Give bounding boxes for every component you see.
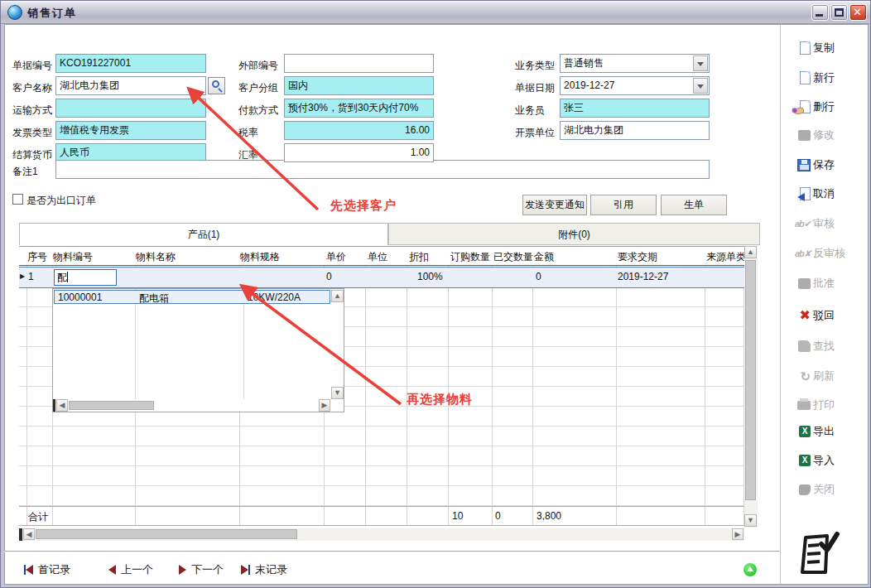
window-title: 销售订单 [27,6,77,21]
magnifier-icon [212,80,219,88]
generate-order-button[interactable]: 生单 [661,195,727,215]
doc-date-value: 2019-12-27 [564,80,614,91]
totals-label: 合计 [28,510,48,524]
salesman-field[interactable]: 张三 [560,99,710,118]
scroll-left-icon[interactable]: ◀ [56,399,68,412]
prev-record-button[interactable]: 上一个 [108,562,153,577]
scroll-left-icon[interactable]: ◀ [23,528,35,540]
scroll-right-icon[interactable]: ▶ [319,399,330,412]
col-name[interactable]: 物料名称 [136,250,176,264]
save-icon [797,159,811,171]
col-unit[interactable]: 单位 [368,250,387,264]
scroll-down-icon[interactable]: ▼ [744,514,757,527]
dropdown-hscroll-thumb[interactable] [69,401,154,410]
billing-unit-label: 开票单位 [515,126,555,140]
nav-separator [4,551,780,552]
item-name: 配电箱 [139,292,169,306]
invoice-type-label: 发票类型 [12,126,52,140]
find-button: 查找 [787,336,865,356]
transport-field[interactable] [55,99,206,118]
col-discount[interactable]: 折扣 [409,250,429,264]
typed-text: 配 [57,272,67,283]
col-amount[interactable]: 金额 [534,250,554,264]
print-button: 打印 [787,395,865,415]
totals-qty: 10 [452,510,463,522]
chevron-down-icon[interactable] [693,55,708,71]
delete-row-icon [800,100,811,113]
col-spec[interactable]: 物料规格 [240,250,280,264]
tab-attachments[interactable]: 附件(0) [388,223,760,245]
invoice-type-field[interactable]: 增值税专用发票 [55,121,206,140]
customer-group-field[interactable]: 国内 [284,76,434,95]
biz-type-value: 普通销售 [564,57,604,69]
cancel-button[interactable]: 取消 [787,184,865,204]
exchange-rate-label: 汇率 [238,148,258,162]
totals-amount: 3,800 [537,510,561,522]
material-dropdown-item[interactable]: 10000001 配电箱 10KW/220A [54,290,330,304]
prev-record-icon [108,565,116,575]
sidebar-divider [780,25,781,584]
tax-rate-field[interactable]: 16.00 [284,121,434,140]
minimize-button[interactable] [811,4,829,21]
audit-icon: ab✔ [795,219,811,229]
col-price[interactable]: 单价 [326,250,346,264]
doc-date-combo[interactable]: 2019-12-27 [560,76,710,95]
import-button[interactable]: X 导入 [787,451,865,470]
billing-unit-field[interactable]: 湖北电力集团 [560,121,710,140]
last-record-button[interactable]: 末记录 [241,562,287,577]
remark-field[interactable] [55,160,710,179]
col-due-date[interactable]: 要求交期 [618,250,657,264]
export-order-checkbox[interactable] [12,194,23,205]
title-bar[interactable]: 销售订单 ✕ [1,1,871,24]
col-seq[interactable]: 序号 [27,250,47,264]
customer-search-button[interactable] [208,77,225,94]
minimize-icon [816,14,823,17]
doc-no-field[interactable]: KCO191227001 [55,54,206,73]
table-hscrollbar[interactable]: ◀ ▶ [19,528,744,541]
cell-amount: 0 [536,271,541,282]
material-code-edit-cell[interactable]: 配 [54,269,117,286]
table-row[interactable]: ▶ 1 配 0 100% 0 2019-12-27 [19,267,744,288]
cell-seq: 1 [28,271,34,282]
chevron-down-icon[interactable] [693,78,708,94]
excel-import-icon: X [799,455,811,466]
reject-button[interactable]: ✖ 驳回 [787,306,865,325]
col-code[interactable]: 物料编号 [53,250,93,264]
table-vscroll-thumb[interactable] [745,260,756,500]
scroll-down-icon[interactable]: ▼ [331,387,344,399]
customer-group-label: 客户分组 [238,81,278,95]
send-change-notice-button[interactable]: 发送变更通知 [522,195,587,215]
scroll-grip [19,528,22,541]
col-source[interactable]: 来源单类 [706,250,746,264]
customer-field[interactable]: 湖北电力集团 [55,76,206,95]
col-qty[interactable]: 订购数量 [450,250,490,264]
tab-products[interactable]: 产品(1) [19,223,388,245]
exchange-rate-field[interactable]: 1.00 [284,143,434,162]
close-form-icon [799,484,811,495]
new-row-button[interactable]: 新行 [787,68,865,88]
close-button[interactable]: ✕ [849,4,867,21]
delete-row-button[interactable]: 删行 [787,97,865,117]
table-vscrollbar[interactable]: ▲ ▼ [744,246,758,528]
export-button[interactable]: X 导出 [787,422,865,441]
external-no-field[interactable] [284,54,434,73]
scroll-up-icon[interactable]: ▲ [331,290,344,302]
first-record-button[interactable]: 首记录 [24,562,70,577]
text-cursor [67,272,68,282]
next-record-button[interactable]: 下一个 [179,562,224,577]
scroll-right-icon[interactable]: ▶ [732,528,743,540]
close-form-button: 关闭 [787,480,865,499]
biz-type-combo[interactable]: 普通销售 [560,54,710,73]
row-indicator-icon: ▶ [20,272,25,280]
scroll-up-icon[interactable]: ▲ [744,246,757,258]
copy-button[interactable]: 复制 [787,38,865,58]
printer-icon [797,401,811,410]
col-delivered[interactable]: 已交数量 [493,250,533,264]
save-button[interactable]: 保存 [787,155,865,175]
annotation-select-material: 再选择物料 [407,392,473,407]
reference-button[interactable]: 引用 [590,195,657,215]
payment-field[interactable]: 预付30%，货到30天内付70% [284,99,434,118]
table-hscroll-thumb[interactable] [36,529,297,539]
approve-icon [798,278,811,289]
maximize-button[interactable] [830,4,848,21]
